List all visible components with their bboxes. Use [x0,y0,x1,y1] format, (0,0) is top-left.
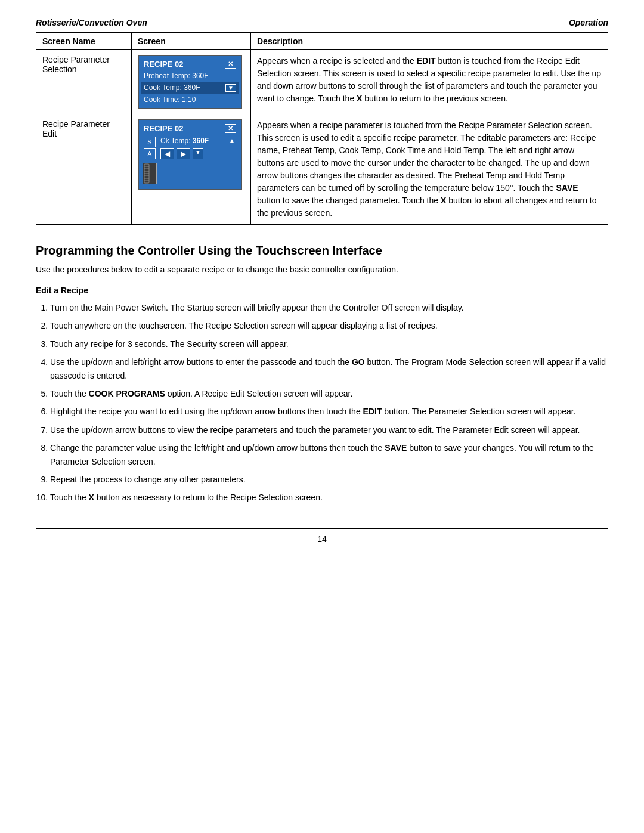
mock1-param-2: Cook Temp: 360F [144,83,200,92]
list-item: Touch anywhere on the touchscreen. The R… [50,319,608,332]
description-cell-1: Appears when a recipe is selected and th… [251,50,608,114]
screen-name-1: Recipe ParameterSelection [36,50,132,114]
mock2-param-display: Ck Temp: 360F ▲ [160,137,237,145]
mock2-right-arrow-btn[interactable]: ▶ [177,148,190,159]
list-item: Touch any recipe for 3 seconds. The Secu… [50,337,608,351]
mock2-arrow-row: ◀ ▶ ▼ [160,148,237,159]
mock2-letter-s: S [144,137,156,147]
section-heading: Programming the Controller Using the Tou… [36,244,608,258]
screen-mock-1: RECIPE 02 ✕ Preheat Temp: 360F Cook Temp… [138,55,242,109]
mock2-down-btn[interactable]: ▼ [193,148,203,159]
col-description: Description [251,33,608,50]
list-item: Touch the COOK PROGRAMS option. A Recipe… [50,387,608,400]
screen-cell-1: RECIPE 02 ✕ Preheat Temp: 360F Cook Temp… [132,50,251,114]
list-item: Use the up/down and left/right arrow but… [50,355,608,382]
screen-mock-2: RECIPE 02 ✕ S A [138,119,242,190]
steps-list: Turn on the Main Power Switch. The Start… [36,301,608,504]
description-cell-2: Appears when a recipe parameter is touch… [251,114,608,225]
list-item: Use the up/down arrow buttons to view th… [50,423,608,436]
mock1-param-row-3: Cook Time: 1:10 [141,94,239,106]
mock2-left-col: S A [143,137,157,184]
subsection-heading: Edit a Recipe [36,286,608,295]
mock2-icon-keys [143,163,157,184]
screen-name-2: Recipe ParameterEdit [36,114,132,225]
page-footer: 14 [36,528,608,544]
page-number: 14 [317,534,327,544]
mock2-left-arrow-btn[interactable]: ◀ [160,148,174,159]
list-item: Highlight the recipe you want to edit us… [50,405,608,418]
list-item: Change the parameter value using the lef… [50,441,608,468]
main-table: Screen Name Screen Description Recipe Pa… [36,32,608,225]
mock2-title: RECIPE 02 [144,124,183,133]
mock1-param-1: Preheat Temp: 360F [144,72,209,80]
mock1-titlebar: RECIPE 02 ✕ [141,58,239,70]
col-screen: Screen [132,33,251,50]
mock1-title: RECIPE 02 [144,60,183,69]
mock2-titlebar: RECIPE 02 ✕ [141,123,239,134]
table-row: Recipe ParameterEdit RECIPE 02 ✕ S A [36,114,608,225]
mock1-close-btn[interactable]: ✕ [225,60,236,69]
mock2-edit-area: S A [141,134,239,187]
mock1-param-row-2: Cook Temp: 360F ▼ [141,82,239,94]
list-item: Turn on the Main Power Switch. The Start… [50,301,608,314]
list-item: Repeat the process to change any other p… [50,473,608,486]
mock1-param-3: Cook Time: 1:10 [144,95,196,104]
section-intro: Use the procedures below to edit a separ… [36,264,608,276]
screen-cell-2: RECIPE 02 ✕ S A [132,114,251,225]
mock1-param-row-1: Preheat Temp: 360F [141,70,239,82]
col-screen-name: Screen Name [36,33,132,50]
mock2-right-col: Ck Temp: 360F ▲ ◀ ▶ ▼ [160,137,237,184]
header-row: Rotisserie/Convection Oven Operation [36,18,608,27]
mock2-param-value: 360F [193,137,209,145]
table-row: Recipe ParameterSelection RECIPE 02 ✕ Pr… [36,50,608,114]
mock2-close-btn[interactable]: ✕ [225,124,236,133]
mock1-scroll-btn[interactable]: ▼ [225,84,236,92]
mock2-letter-a: A [144,148,156,159]
list-item: Touch the X button as necessary to retur… [50,491,608,504]
header-left: Rotisserie/Convection Oven [36,18,147,27]
mock2-up-btn[interactable]: ▲ [227,137,237,144]
header-right: Operation [569,18,608,27]
